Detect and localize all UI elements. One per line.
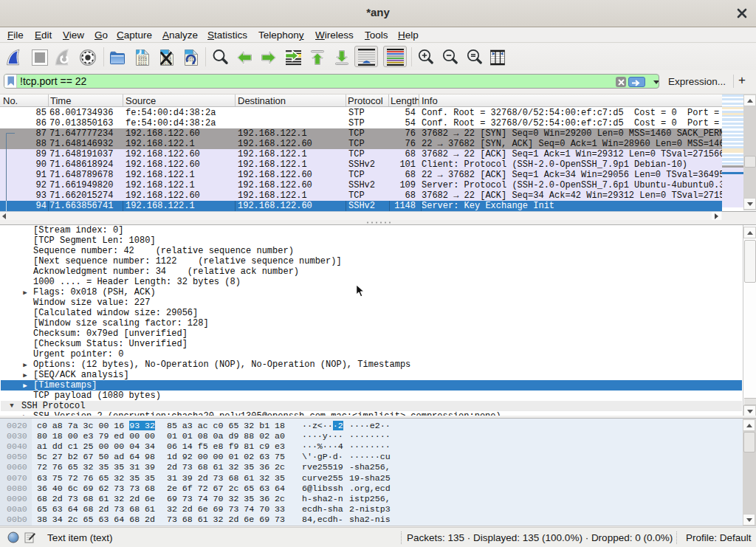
svg-text:0111: 0111: [138, 62, 147, 66]
